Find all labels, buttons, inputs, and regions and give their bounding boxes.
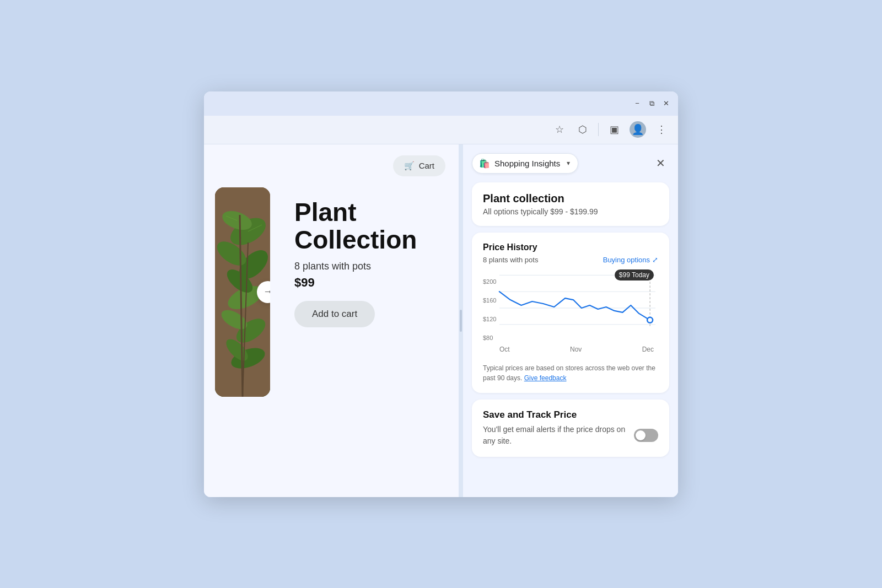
chrome-titlebar: − ⧉ ✕ bbox=[204, 91, 678, 116]
drag-handle[interactable] bbox=[460, 310, 462, 332]
insights-badge-button[interactable]: 🛍️ Shopping Insights ▾ bbox=[472, 153, 578, 174]
summary-title: Plant collection bbox=[483, 192, 658, 205]
product-summary-card: Plant collection All options typically $… bbox=[472, 182, 669, 226]
shopping-bag-icon: 🛍️ bbox=[479, 158, 490, 169]
page-content: 🛒 Cart bbox=[204, 144, 678, 497]
price-history-card: Price History 8 plants with pots Buying … bbox=[472, 233, 669, 393]
chrome-toolbar: ☆ ⬡ ▣ 👤 ⋮ bbox=[204, 116, 678, 144]
cart-button[interactable]: 🛒 Cart bbox=[393, 155, 445, 176]
product-page: 🛒 Cart bbox=[204, 144, 459, 497]
minimize-button[interactable]: − bbox=[633, 99, 642, 108]
external-link-icon: ⤢ bbox=[652, 256, 658, 264]
menu-icon[interactable]: ⋮ bbox=[654, 122, 669, 137]
chart-tooltip: $99 Today bbox=[615, 269, 654, 280]
save-track-row: You'll get email alerts if the price dro… bbox=[483, 424, 658, 447]
cart-bar: 🛒 Cart bbox=[204, 144, 459, 176]
chart-x-labels: Oct Nov Dec bbox=[483, 343, 658, 353]
price-history-subrow: 8 plants with pots Buying options ⤢ bbox=[483, 256, 658, 264]
svg-point-20 bbox=[647, 317, 653, 322]
price-chart: $99 Today $200 $160 $120 $80 bbox=[483, 269, 658, 358]
save-track-card: Save and Track Price You'll get email al… bbox=[472, 400, 669, 457]
bookmark-icon[interactable]: ☆ bbox=[552, 122, 567, 137]
sidebar-icon[interactable]: ▣ bbox=[606, 122, 622, 137]
extensions-icon[interactable]: ⬡ bbox=[575, 122, 590, 137]
toolbar-divider bbox=[598, 123, 599, 136]
save-track-title: Save and Track Price bbox=[483, 409, 658, 420]
insights-panel: 🛍️ Shopping Insights ▾ ✕ Plant collectio… bbox=[463, 144, 678, 497]
chart-y-labels: $200 $160 $120 $80 bbox=[483, 278, 496, 342]
summary-subtitle: All options typically $99 - $199.99 bbox=[483, 207, 658, 216]
cart-icon: 🛒 bbox=[404, 161, 415, 171]
save-track-description: You'll get email alerts if the price dro… bbox=[483, 424, 627, 447]
browser-window: − ⧉ ✕ ☆ ⬡ ▣ 👤 ⋮ 🛒 Cart bbox=[204, 91, 678, 497]
product-image: → bbox=[215, 187, 270, 397]
product-title: Plant Collection bbox=[294, 198, 445, 254]
user-avatar[interactable]: 👤 bbox=[630, 121, 646, 138]
chart-note: Typical prices are based on stores acros… bbox=[483, 363, 658, 383]
give-feedback-link[interactable]: Give feedback bbox=[524, 374, 567, 382]
price-track-toggle[interactable] bbox=[634, 429, 658, 442]
add-to-cart-button[interactable]: Add to cart bbox=[294, 301, 375, 327]
product-info: Plant Collection 8 plants with pots $99 … bbox=[279, 187, 445, 327]
price-history-title: Price History bbox=[483, 242, 658, 252]
product-price: $99 bbox=[294, 276, 445, 290]
maximize-button[interactable]: ⧉ bbox=[647, 99, 656, 108]
insights-title: Shopping Insights bbox=[494, 159, 560, 168]
chevron-down-icon: ▾ bbox=[567, 159, 570, 167]
product-area: → Plant Collection 8 plants with pots $9… bbox=[204, 176, 459, 497]
panel-divider bbox=[459, 144, 463, 497]
close-button[interactable]: ✕ bbox=[662, 99, 670, 108]
cart-label: Cart bbox=[419, 161, 434, 170]
insights-header: 🛍️ Shopping Insights ▾ ✕ bbox=[472, 153, 669, 174]
price-history-subtitle: 8 plants with pots bbox=[483, 256, 538, 264]
toggle-knob bbox=[636, 430, 646, 440]
product-subtitle: 8 plants with pots bbox=[294, 261, 445, 272]
close-insights-button[interactable]: ✕ bbox=[652, 154, 669, 172]
buying-options-link[interactable]: Buying options ⤢ bbox=[603, 256, 658, 264]
